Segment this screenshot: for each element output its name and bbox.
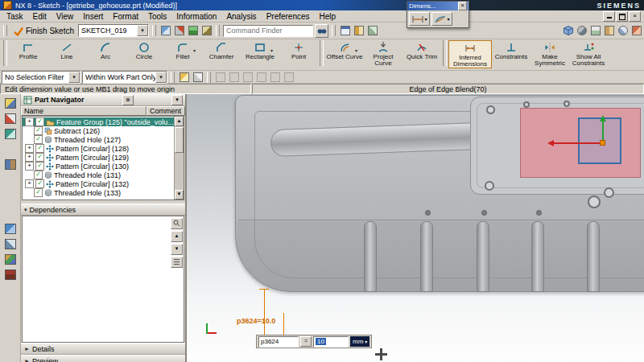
chevron-down-icon[interactable]: ▾ <box>68 72 80 83</box>
preview-header[interactable]: ► Preview <box>21 355 185 362</box>
menu-task[interactable]: Task <box>2 11 28 22</box>
tool-circle[interactable]: Circle <box>125 40 163 67</box>
general-selection-button[interactable] <box>192 71 204 83</box>
dialog-title-bar[interactable]: Dimens... × <box>407 2 469 10</box>
part-navigator-button[interactable] <box>3 127 18 140</box>
feature-checkbox[interactable]: ✓ <box>34 171 43 179</box>
close-button[interactable]: × <box>629 11 641 22</box>
column-header-comment[interactable]: Comment <box>147 106 185 116</box>
tool-project-curve[interactable]: Project Curve <box>364 40 402 67</box>
tree-row-pattern-circular[interactable]: + ✓ Pattern [Circular] (129) <box>23 153 174 162</box>
system-scenes-button[interactable] <box>3 268 18 281</box>
snap-intersection-button[interactable] <box>242 71 254 83</box>
small-hole[interactable] <box>425 210 431 216</box>
tree-row-feature-group[interactable]: + ✓ Feature Group (125) "outside_volu... <box>23 117 174 126</box>
expand-toggle[interactable]: + <box>25 162 34 171</box>
snap-endpoint-button[interactable] <box>214 71 226 83</box>
tree-row-threaded-hole[interactable]: ✓ Threaded Hole (131) <box>23 171 174 179</box>
roles-button[interactable] <box>3 253 18 265</box>
tree-row-pattern-circular[interactable]: + ✓ Pattern [Circular] (132) <box>23 179 174 188</box>
highlight-button[interactable] <box>178 71 190 83</box>
sketch-name-combo[interactable]: SKETCH_019 ▾ <box>78 24 149 37</box>
tool-chamfer[interactable]: Chamfer <box>202 40 241 67</box>
column-header-name[interactable]: Name <box>21 106 147 116</box>
chevron-down-icon[interactable]: ▾ <box>355 47 357 54</box>
screw-hole[interactable] <box>564 101 570 107</box>
model-rib[interactable] <box>477 221 489 292</box>
radial-dimension-button[interactable]: ▾ <box>431 12 452 26</box>
snap-arc-center-button[interactable] <box>255 71 267 83</box>
feature-checkbox[interactable]: ✓ <box>35 117 44 126</box>
snap-quadrant-button[interactable] <box>269 71 281 83</box>
menu-format[interactable]: Format <box>108 11 143 22</box>
screw-hole[interactable] <box>523 101 530 108</box>
sketch-x-axis-arrow[interactable] <box>553 142 603 144</box>
toolbar-grip[interactable] <box>3 25 7 36</box>
expand-toggle[interactable]: + <box>25 144 34 153</box>
zoom-view-button[interactable] <box>617 25 629 37</box>
restore-button[interactable] <box>616 11 628 22</box>
constraint-navigator-button[interactable] <box>3 112 18 125</box>
tool-point[interactable]: Point <box>279 40 318 67</box>
details-header[interactable]: ► Details <box>21 343 185 355</box>
model-rib[interactable] <box>420 221 433 292</box>
dependency-list-button[interactable] <box>171 257 183 268</box>
feature-checkbox[interactable]: ✓ <box>35 144 44 153</box>
menu-view[interactable]: View <box>52 11 79 22</box>
snap-midpoint-button[interactable] <box>228 71 240 83</box>
tool-quick-trim[interactable]: Quick Trim <box>402 40 441 67</box>
expand-toggle[interactable]: + <box>25 153 34 162</box>
menu-edit[interactable]: Edit <box>28 11 52 22</box>
dependency-search-button[interactable] <box>171 218 183 229</box>
chevron-down-icon[interactable]: ▾ <box>155 72 167 83</box>
screw-hole[interactable] <box>485 181 494 191</box>
feature-checkbox[interactable]: ✓ <box>34 188 43 197</box>
command-finder-button[interactable] <box>315 24 328 38</box>
history-button[interactable] <box>3 222 18 235</box>
pin-panel-button[interactable]: o <box>122 95 134 105</box>
process-studio-button[interactable] <box>3 237 18 250</box>
tool-show-all-constraints[interactable]: Show All Constraints <box>569 40 608 67</box>
small-hole[interactable] <box>536 210 542 216</box>
reattach-sketch-button[interactable] <box>173 25 185 37</box>
display-constraints-button[interactable] <box>200 25 213 37</box>
rotate-view-button[interactable] <box>630 25 642 37</box>
feature-checkbox[interactable]: ✓ <box>35 162 44 171</box>
show-hide-button[interactable] <box>353 25 365 37</box>
tool-make-symmetric[interactable]: Make Symmetric <box>530 40 569 67</box>
toolbar-grip[interactable] <box>216 25 220 36</box>
model-rib[interactable] <box>531 221 544 292</box>
dialog-close-button[interactable]: × <box>458 2 467 10</box>
finish-sketch-button[interactable]: Finish Sketch <box>10 25 76 37</box>
tree-scrollbar[interactable]: ▲ ▼ <box>174 117 184 200</box>
scroll-up-arrow[interactable]: ▲ <box>175 117 184 126</box>
tree-row-subtract[interactable]: ✓ Subtract (126) <box>23 126 174 135</box>
feature-checkbox[interactable]: ✓ <box>34 135 43 144</box>
move-object-button[interactable] <box>366 25 378 37</box>
tree-row-threaded-hole[interactable]: ✓ Threaded Hole (127) <box>23 135 174 144</box>
equals-button[interactable]: = <box>300 336 312 347</box>
menu-analysis[interactable]: Analysis <box>221 11 261 22</box>
model-lower-face[interactable] <box>237 221 644 291</box>
tree-row-threaded-hole[interactable]: ✓ Threaded Hole (133) <box>23 188 174 197</box>
expression-value-field[interactable]: 10 <box>313 336 349 348</box>
selection-filter-combo[interactable]: No Selection Filter ▾ <box>2 71 80 84</box>
dimensions-floating-toolbar[interactable]: Dimens... × ▾ ▾ <box>407 1 469 28</box>
fit-view-button[interactable] <box>589 25 601 37</box>
pan-view-button[interactable] <box>603 25 615 37</box>
dependency-down-button[interactable]: ▼ <box>171 244 183 255</box>
expand-toggle[interactable]: + <box>25 179 34 188</box>
tool-inferred-dimensions[interactable]: Inferred Dimensions <box>448 40 492 68</box>
selection-scope-combo[interactable]: Within Work Part Only ▾ <box>82 71 167 84</box>
scroll-thumb[interactable] <box>175 127 184 153</box>
update-model-button[interactable] <box>187 25 199 37</box>
menu-insert[interactable]: Insert <box>78 11 108 22</box>
tool-arc[interactable]: Arc <box>86 40 125 67</box>
tree-row-pattern-circular[interactable]: + ✓ Pattern [Circular] (130) <box>23 162 174 171</box>
feature-checkbox[interactable]: ✓ <box>34 126 43 135</box>
tool-rectangle[interactable]: ▾ Rectangle <box>241 40 279 67</box>
tool-profile[interactable]: Profile <box>9 40 47 67</box>
model-rib[interactable] <box>587 221 600 292</box>
assembly-navigator-button[interactable] <box>3 97 18 109</box>
screw-hole[interactable] <box>486 105 495 114</box>
